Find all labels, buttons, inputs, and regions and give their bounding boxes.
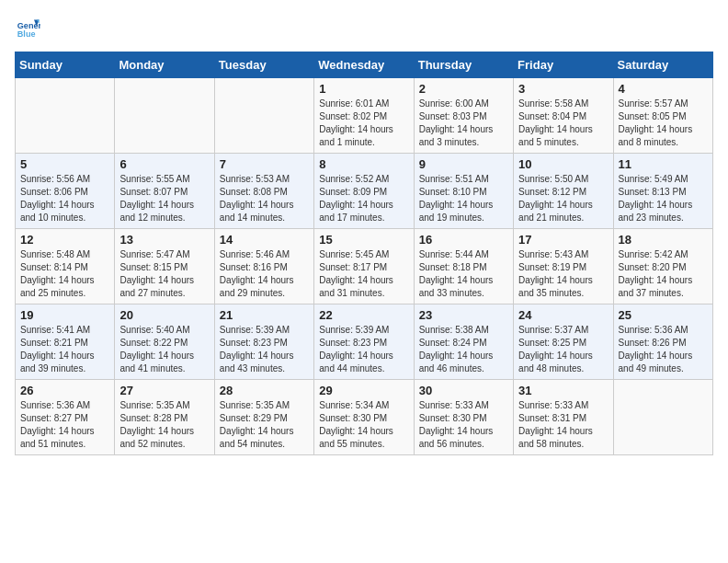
day-number: 9 xyxy=(419,157,508,171)
day-number: 12 xyxy=(20,233,109,247)
calendar-cell: 16Sunrise: 5:44 AM Sunset: 8:18 PM Dayli… xyxy=(414,229,513,304)
calendar-cell: 4Sunrise: 5:57 AM Sunset: 8:05 PM Daylig… xyxy=(613,78,712,154)
day-number: 5 xyxy=(20,157,109,171)
day-number: 13 xyxy=(119,233,209,247)
calendar-cell: 19Sunrise: 5:41 AM Sunset: 8:21 PM Dayli… xyxy=(16,304,115,380)
calendar-cell: 18Sunrise: 5:42 AM Sunset: 8:20 PM Dayli… xyxy=(613,229,712,304)
cell-info: Sunrise: 5:57 AM Sunset: 8:05 PM Dayligh… xyxy=(619,98,708,149)
cell-info: Sunrise: 5:35 AM Sunset: 8:29 PM Dayligh… xyxy=(220,399,309,451)
day-number: 7 xyxy=(220,157,309,171)
calendar-cell: 14Sunrise: 5:46 AM Sunset: 8:16 PM Dayli… xyxy=(214,229,313,304)
weekday-header-wednesday: Wednesday xyxy=(314,52,414,78)
calendar-cell: 30Sunrise: 5:33 AM Sunset: 8:30 PM Dayli… xyxy=(414,380,513,455)
cell-info: Sunrise: 5:37 AM Sunset: 8:25 PM Dayligh… xyxy=(518,324,608,375)
cell-info: Sunrise: 5:38 AM Sunset: 8:24 PM Dayligh… xyxy=(419,324,508,375)
calendar-cell: 21Sunrise: 5:39 AM Sunset: 8:23 PM Dayli… xyxy=(214,304,313,380)
day-number: 1 xyxy=(319,82,408,96)
day-number: 17 xyxy=(518,233,608,247)
cell-info: Sunrise: 5:46 AM Sunset: 8:16 PM Dayligh… xyxy=(220,248,309,300)
cell-info: Sunrise: 5:53 AM Sunset: 8:08 PM Dayligh… xyxy=(220,173,309,224)
calendar-table: SundayMondayTuesdayWednesdayThursdayFrid… xyxy=(15,52,713,455)
day-number: 31 xyxy=(518,384,608,397)
cell-info: Sunrise: 5:43 AM Sunset: 8:19 PM Dayligh… xyxy=(518,248,608,300)
logo-icon: General Blue xyxy=(15,15,40,40)
day-number: 10 xyxy=(518,157,608,171)
cell-info: Sunrise: 5:49 AM Sunset: 8:13 PM Dayligh… xyxy=(619,173,708,224)
calendar-cell: 8Sunrise: 5:52 AM Sunset: 8:09 PM Daylig… xyxy=(314,154,414,229)
calendar-cell xyxy=(613,380,712,455)
calendar-cell: 6Sunrise: 5:55 AM Sunset: 8:07 PM Daylig… xyxy=(115,154,214,229)
day-number: 23 xyxy=(419,308,508,322)
cell-info: Sunrise: 5:34 AM Sunset: 8:30 PM Dayligh… xyxy=(319,399,408,451)
day-number: 4 xyxy=(619,82,708,96)
calendar-cell: 11Sunrise: 5:49 AM Sunset: 8:13 PM Dayli… xyxy=(613,154,712,229)
calendar-cell: 3Sunrise: 5:58 AM Sunset: 8:04 PM Daylig… xyxy=(514,78,613,154)
logo: General Blue xyxy=(15,15,44,40)
day-number: 15 xyxy=(319,233,408,247)
calendar-cell: 28Sunrise: 5:35 AM Sunset: 8:29 PM Dayli… xyxy=(214,380,313,455)
day-number: 28 xyxy=(220,384,309,397)
cell-info: Sunrise: 6:00 AM Sunset: 8:03 PM Dayligh… xyxy=(419,98,508,149)
calendar-cell xyxy=(214,78,313,154)
calendar-cell: 31Sunrise: 5:33 AM Sunset: 8:31 PM Dayli… xyxy=(514,380,613,455)
calendar-cell: 20Sunrise: 5:40 AM Sunset: 8:22 PM Dayli… xyxy=(115,304,214,380)
cell-info: Sunrise: 5:44 AM Sunset: 8:18 PM Dayligh… xyxy=(419,248,508,300)
weekday-header-friday: Friday xyxy=(514,52,613,78)
calendar-cell: 13Sunrise: 5:47 AM Sunset: 8:15 PM Dayli… xyxy=(115,229,214,304)
calendar-cell: 22Sunrise: 5:39 AM Sunset: 8:23 PM Dayli… xyxy=(314,304,414,380)
calendar-cell: 27Sunrise: 5:35 AM Sunset: 8:28 PM Dayli… xyxy=(115,380,214,455)
weekday-header-saturday: Saturday xyxy=(613,52,712,78)
cell-info: Sunrise: 5:47 AM Sunset: 8:15 PM Dayligh… xyxy=(119,248,209,300)
day-number: 27 xyxy=(119,384,209,397)
calendar-cell: 25Sunrise: 5:36 AM Sunset: 8:26 PM Dayli… xyxy=(613,304,712,380)
day-number: 21 xyxy=(220,308,309,322)
weekday-header-monday: Monday xyxy=(115,52,214,78)
cell-info: Sunrise: 5:33 AM Sunset: 8:31 PM Dayligh… xyxy=(518,399,608,451)
day-number: 20 xyxy=(119,308,209,322)
day-number: 30 xyxy=(419,384,508,397)
cell-info: Sunrise: 5:41 AM Sunset: 8:21 PM Dayligh… xyxy=(20,324,109,375)
calendar-cell: 23Sunrise: 5:38 AM Sunset: 8:24 PM Dayli… xyxy=(414,304,513,380)
day-number: 16 xyxy=(419,233,508,247)
day-number: 14 xyxy=(220,233,309,247)
svg-text:Blue: Blue xyxy=(17,29,36,39)
calendar-cell: 17Sunrise: 5:43 AM Sunset: 8:19 PM Dayli… xyxy=(514,229,613,304)
day-number: 29 xyxy=(319,384,408,397)
day-number: 18 xyxy=(619,233,708,247)
calendar-cell: 24Sunrise: 5:37 AM Sunset: 8:25 PM Dayli… xyxy=(514,304,613,380)
calendar-cell: 9Sunrise: 5:51 AM Sunset: 8:10 PM Daylig… xyxy=(414,154,513,229)
cell-info: Sunrise: 6:01 AM Sunset: 8:02 PM Dayligh… xyxy=(319,98,408,149)
calendar-cell: 12Sunrise: 5:48 AM Sunset: 8:14 PM Dayli… xyxy=(16,229,115,304)
day-number: 2 xyxy=(419,82,508,96)
cell-info: Sunrise: 5:48 AM Sunset: 8:14 PM Dayligh… xyxy=(20,248,109,300)
day-number: 26 xyxy=(20,384,109,397)
calendar-cell xyxy=(16,78,115,154)
calendar-cell: 15Sunrise: 5:45 AM Sunset: 8:17 PM Dayli… xyxy=(314,229,414,304)
cell-info: Sunrise: 5:40 AM Sunset: 8:22 PM Dayligh… xyxy=(119,324,209,375)
day-number: 22 xyxy=(319,308,408,322)
cell-info: Sunrise: 5:36 AM Sunset: 8:27 PM Dayligh… xyxy=(20,399,109,451)
calendar-cell: 1Sunrise: 6:01 AM Sunset: 8:02 PM Daylig… xyxy=(314,78,414,154)
day-number: 19 xyxy=(20,308,109,322)
cell-info: Sunrise: 5:45 AM Sunset: 8:17 PM Dayligh… xyxy=(319,248,408,300)
cell-info: Sunrise: 5:36 AM Sunset: 8:26 PM Dayligh… xyxy=(619,324,708,375)
cell-info: Sunrise: 5:58 AM Sunset: 8:04 PM Dayligh… xyxy=(518,98,608,149)
weekday-header-thursday: Thursday xyxy=(414,52,513,78)
cell-info: Sunrise: 5:39 AM Sunset: 8:23 PM Dayligh… xyxy=(319,324,408,375)
calendar-cell xyxy=(115,78,214,154)
calendar-cell: 10Sunrise: 5:50 AM Sunset: 8:12 PM Dayli… xyxy=(514,154,613,229)
day-number: 6 xyxy=(119,157,209,171)
calendar-cell: 29Sunrise: 5:34 AM Sunset: 8:30 PM Dayli… xyxy=(314,380,414,455)
calendar-cell: 7Sunrise: 5:53 AM Sunset: 8:08 PM Daylig… xyxy=(214,154,313,229)
cell-info: Sunrise: 5:50 AM Sunset: 8:12 PM Dayligh… xyxy=(518,173,608,224)
calendar-cell: 5Sunrise: 5:56 AM Sunset: 8:06 PM Daylig… xyxy=(16,154,115,229)
day-number: 11 xyxy=(619,157,708,171)
cell-info: Sunrise: 5:55 AM Sunset: 8:07 PM Dayligh… xyxy=(119,173,209,224)
calendar-cell: 2Sunrise: 6:00 AM Sunset: 8:03 PM Daylig… xyxy=(414,78,513,154)
day-number: 24 xyxy=(518,308,608,322)
cell-info: Sunrise: 5:52 AM Sunset: 8:09 PM Dayligh… xyxy=(319,173,408,224)
weekday-header-sunday: Sunday xyxy=(16,52,115,78)
cell-info: Sunrise: 5:51 AM Sunset: 8:10 PM Dayligh… xyxy=(419,173,508,224)
day-number: 25 xyxy=(619,308,708,322)
day-number: 8 xyxy=(319,157,408,171)
